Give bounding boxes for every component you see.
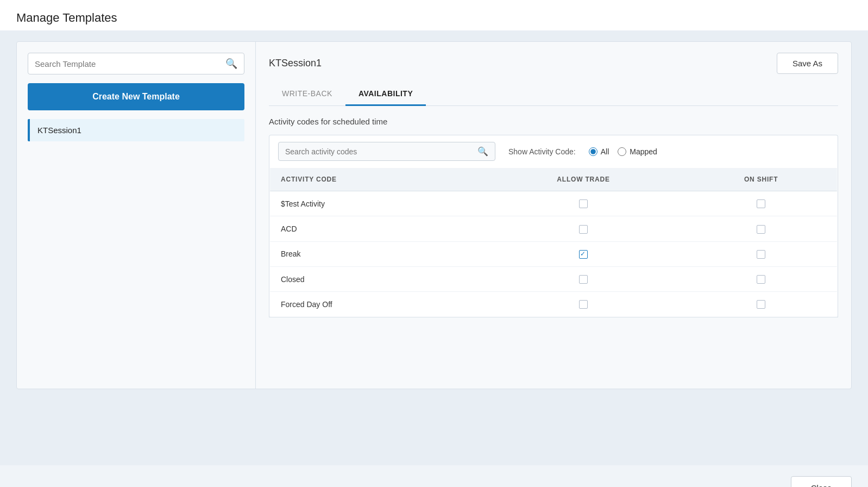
tab-write-back[interactable]: WRITE-BACK bbox=[269, 83, 345, 106]
cell-activity-code: Closed bbox=[270, 266, 482, 291]
checkbox-allow-trade[interactable] bbox=[579, 225, 588, 234]
tab-availability[interactable]: AVAILABILITY bbox=[345, 83, 426, 106]
activity-table-wrapper: ACTIVITY CODE ALLOW TRADE ON SHIFT $Test… bbox=[269, 167, 838, 317]
checkbox-on-shift[interactable] bbox=[757, 225, 765, 234]
activity-table: ACTIVITY CODE ALLOW TRADE ON SHIFT $Test… bbox=[269, 167, 838, 317]
checkbox-on-shift[interactable] bbox=[757, 199, 765, 208]
sidebar: 🔍 Create New Template KTSession1 bbox=[17, 42, 256, 389]
right-panel: KTSession1 Save As WRITE-BACK AVAILABILI… bbox=[256, 42, 851, 389]
template-item-name: KTSession1 bbox=[37, 126, 81, 135]
page-title: Manage Templates bbox=[16, 11, 852, 25]
cell-allow-trade[interactable] bbox=[482, 292, 685, 317]
table-row: $Test Activity bbox=[270, 191, 838, 216]
save-as-button[interactable]: Save As bbox=[777, 53, 838, 74]
col-activity-code: ACTIVITY CODE bbox=[270, 168, 482, 191]
checkbox-on-shift[interactable] bbox=[757, 275, 765, 284]
table-row: ACD bbox=[270, 216, 838, 241]
filter-bar: 🔍 Show Activity Code: All Mapped bbox=[269, 135, 838, 167]
checkbox-allow-trade[interactable] bbox=[579, 199, 588, 208]
checkbox-on-shift[interactable] bbox=[757, 300, 765, 309]
tabs-bar: WRITE-BACK AVAILABILITY bbox=[269, 83, 838, 106]
activity-search-icon: 🔍 bbox=[477, 146, 488, 157]
template-list: KTSession1 bbox=[28, 119, 244, 141]
main-container: 🔍 Create New Template KTSession1 KTSessi… bbox=[0, 30, 868, 465]
cell-activity-code: Forced Day Off bbox=[270, 292, 482, 317]
table-row: Forced Day Off bbox=[270, 292, 838, 317]
checkbox-allow-trade[interactable] bbox=[579, 300, 588, 309]
activity-search-input[interactable] bbox=[285, 147, 477, 156]
col-allow-trade: ALLOW TRADE bbox=[482, 168, 685, 191]
cell-allow-trade[interactable] bbox=[482, 266, 685, 291]
cell-activity-code: ACD bbox=[270, 216, 482, 241]
template-list-item[interactable]: KTSession1 bbox=[28, 119, 244, 141]
section-title: Activity codes for scheduled time bbox=[269, 117, 838, 126]
search-template-box: 🔍 bbox=[28, 53, 244, 74]
content-panel: 🔍 Create New Template KTSession1 KTSessi… bbox=[16, 41, 852, 389]
cell-activity-code: Break bbox=[270, 241, 482, 266]
search-template-input[interactable] bbox=[35, 59, 225, 68]
cell-on-shift[interactable] bbox=[685, 241, 837, 266]
checkbox-on-shift[interactable] bbox=[757, 250, 765, 259]
cell-on-shift[interactable] bbox=[685, 266, 837, 291]
cell-allow-trade[interactable] bbox=[482, 216, 685, 241]
checkbox-allow-trade[interactable] bbox=[579, 275, 588, 284]
show-activity-code-label: Show Activity Code: bbox=[508, 147, 576, 156]
radio-mapped[interactable]: Mapped bbox=[618, 147, 657, 156]
col-on-shift: ON SHIFT bbox=[685, 168, 837, 191]
checkbox-allow-trade[interactable] bbox=[579, 250, 588, 259]
cell-activity-code: $Test Activity bbox=[270, 191, 482, 216]
radio-all-input[interactable] bbox=[589, 147, 597, 156]
cell-on-shift[interactable] bbox=[685, 191, 837, 216]
radio-mapped-label: Mapped bbox=[630, 147, 657, 156]
search-template-icon: 🔍 bbox=[225, 58, 237, 70]
table-header-row: ACTIVITY CODE ALLOW TRADE ON SHIFT bbox=[270, 168, 838, 191]
radio-all[interactable]: All bbox=[589, 147, 609, 156]
cell-on-shift[interactable] bbox=[685, 292, 837, 317]
close-button[interactable]: Close bbox=[791, 476, 852, 487]
table-row: Break bbox=[270, 241, 838, 266]
cell-on-shift[interactable] bbox=[685, 216, 837, 241]
selected-template-name: KTSession1 bbox=[269, 58, 322, 69]
footer: Close bbox=[0, 465, 868, 487]
right-header: KTSession1 Save As bbox=[269, 53, 838, 74]
activity-search-box: 🔍 bbox=[278, 142, 495, 161]
cell-allow-trade[interactable] bbox=[482, 241, 685, 266]
radio-group: All Mapped bbox=[589, 147, 657, 156]
radio-all-label: All bbox=[601, 147, 609, 156]
cell-allow-trade[interactable] bbox=[482, 191, 685, 216]
table-row: Closed bbox=[270, 266, 838, 291]
create-new-template-button[interactable]: Create New Template bbox=[28, 83, 244, 110]
radio-mapped-input[interactable] bbox=[618, 147, 626, 156]
page-header: Manage Templates bbox=[0, 0, 868, 30]
